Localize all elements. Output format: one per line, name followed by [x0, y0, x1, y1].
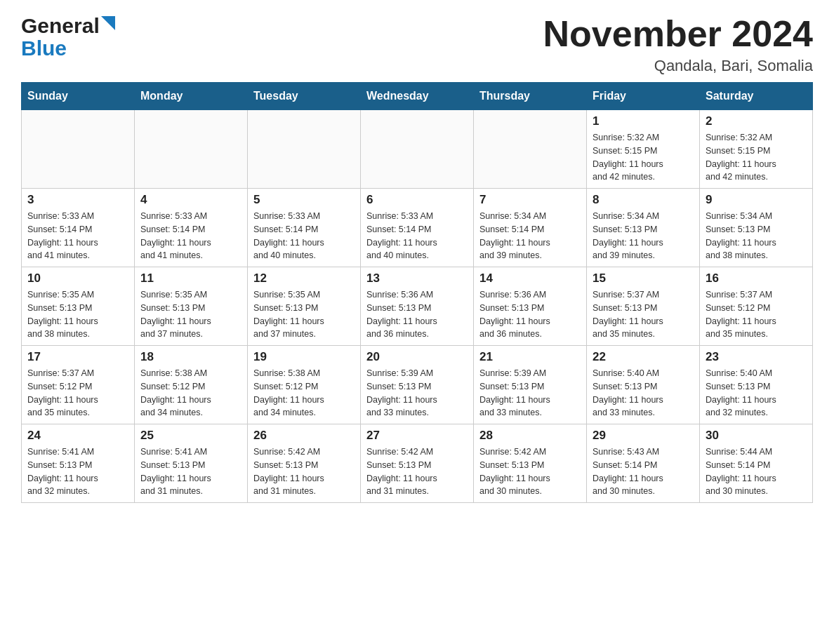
col-thursday: Thursday: [474, 83, 587, 110]
day-number: 26: [253, 429, 355, 443]
day-number: 30: [706, 429, 807, 443]
table-row: 25Sunrise: 5:41 AM Sunset: 5:13 PM Dayli…: [135, 424, 248, 503]
table-row: 4Sunrise: 5:33 AM Sunset: 5:14 PM Daylig…: [135, 189, 248, 267]
day-number: 21: [479, 350, 581, 364]
day-number: 8: [593, 193, 694, 207]
day-number: 5: [253, 193, 355, 207]
table-row: 30Sunrise: 5:44 AM Sunset: 5:14 PM Dayli…: [700, 424, 813, 503]
day-number: 27: [366, 429, 468, 443]
day-info: Sunrise: 5:36 AM Sunset: 5:13 PM Dayligh…: [366, 288, 468, 341]
day-number: 28: [479, 429, 581, 443]
day-number: 24: [27, 429, 128, 443]
day-info: Sunrise: 5:36 AM Sunset: 5:13 PM Dayligh…: [479, 288, 581, 341]
table-row: 28Sunrise: 5:42 AM Sunset: 5:13 PM Dayli…: [474, 424, 587, 503]
table-row: 18Sunrise: 5:38 AM Sunset: 5:12 PM Dayli…: [135, 346, 248, 424]
table-row: 12Sunrise: 5:35 AM Sunset: 5:13 PM Dayli…: [248, 267, 361, 346]
table-row: 17Sunrise: 5:37 AM Sunset: 5:12 PM Dayli…: [22, 346, 135, 424]
day-number: 17: [27, 350, 128, 364]
table-row: 20Sunrise: 5:39 AM Sunset: 5:13 PM Dayli…: [361, 346, 474, 424]
calendar-week-row: 24Sunrise: 5:41 AM Sunset: 5:13 PM Dayli…: [22, 424, 813, 503]
day-number: 14: [479, 271, 581, 286]
table-row: 2Sunrise: 5:32 AM Sunset: 5:15 PM Daylig…: [700, 110, 813, 189]
table-row: [22, 110, 135, 189]
day-number: 3: [27, 193, 128, 207]
day-info: Sunrise: 5:33 AM Sunset: 5:14 PM Dayligh…: [140, 210, 241, 262]
table-row: 24Sunrise: 5:41 AM Sunset: 5:13 PM Dayli…: [22, 424, 135, 503]
day-number: 7: [479, 193, 581, 207]
day-info: Sunrise: 5:37 AM Sunset: 5:12 PM Dayligh…: [706, 288, 807, 341]
day-info: Sunrise: 5:34 AM Sunset: 5:13 PM Dayligh…: [593, 210, 694, 262]
page-header: General Blue November 2024 Qandala, Bari…: [21, 14, 813, 75]
table-row: [474, 110, 587, 189]
table-row: 13Sunrise: 5:36 AM Sunset: 5:13 PM Dayli…: [361, 267, 474, 346]
table-row: 5Sunrise: 5:33 AM Sunset: 5:14 PM Daylig…: [248, 189, 361, 267]
calendar-week-row: 1Sunrise: 5:32 AM Sunset: 5:15 PM Daylig…: [22, 110, 813, 189]
day-number: 29: [593, 429, 694, 443]
day-info: Sunrise: 5:32 AM Sunset: 5:15 PM Dayligh…: [706, 131, 807, 184]
day-info: Sunrise: 5:35 AM Sunset: 5:13 PM Dayligh…: [253, 288, 355, 341]
day-info: Sunrise: 5:33 AM Sunset: 5:14 PM Dayligh…: [366, 210, 468, 262]
day-info: Sunrise: 5:38 AM Sunset: 5:12 PM Dayligh…: [253, 367, 355, 420]
table-row: 3Sunrise: 5:33 AM Sunset: 5:14 PM Daylig…: [22, 189, 135, 267]
day-number: 11: [140, 271, 241, 286]
day-number: 2: [706, 114, 807, 128]
table-row: 10Sunrise: 5:35 AM Sunset: 5:13 PM Dayli…: [22, 267, 135, 346]
table-row: [248, 110, 361, 189]
day-number: 15: [593, 271, 694, 286]
table-row: 7Sunrise: 5:34 AM Sunset: 5:14 PM Daylig…: [474, 189, 587, 267]
day-info: Sunrise: 5:37 AM Sunset: 5:12 PM Dayligh…: [27, 367, 128, 420]
page-subtitle: Qandala, Bari, Somalia: [543, 57, 813, 75]
table-row: 23Sunrise: 5:40 AM Sunset: 5:13 PM Dayli…: [700, 346, 813, 424]
day-info: Sunrise: 5:33 AM Sunset: 5:14 PM Dayligh…: [253, 210, 355, 262]
day-info: Sunrise: 5:40 AM Sunset: 5:13 PM Dayligh…: [593, 367, 694, 420]
day-info: Sunrise: 5:44 AM Sunset: 5:14 PM Dayligh…: [706, 445, 807, 498]
day-number: 1: [593, 114, 694, 128]
table-row: [135, 110, 248, 189]
day-info: Sunrise: 5:37 AM Sunset: 5:13 PM Dayligh…: [593, 288, 694, 341]
day-info: Sunrise: 5:34 AM Sunset: 5:14 PM Dayligh…: [479, 210, 581, 262]
table-row: 9Sunrise: 5:34 AM Sunset: 5:13 PM Daylig…: [700, 189, 813, 267]
col-sunday: Sunday: [22, 83, 135, 110]
table-row: 15Sunrise: 5:37 AM Sunset: 5:13 PM Dayli…: [587, 267, 700, 346]
day-info: Sunrise: 5:33 AM Sunset: 5:14 PM Dayligh…: [27, 210, 128, 262]
col-wednesday: Wednesday: [361, 83, 474, 110]
day-info: Sunrise: 5:42 AM Sunset: 5:13 PM Dayligh…: [253, 445, 355, 498]
col-friday: Friday: [587, 83, 700, 110]
day-info: Sunrise: 5:43 AM Sunset: 5:14 PM Dayligh…: [593, 445, 694, 498]
page-title: November 2024: [543, 14, 813, 54]
day-number: 13: [366, 271, 468, 286]
col-monday: Monday: [135, 83, 248, 110]
day-info: Sunrise: 5:41 AM Sunset: 5:13 PM Dayligh…: [27, 445, 128, 498]
table-row: 27Sunrise: 5:42 AM Sunset: 5:13 PM Dayli…: [361, 424, 474, 503]
day-info: Sunrise: 5:34 AM Sunset: 5:13 PM Dayligh…: [706, 210, 807, 262]
calendar-week-row: 17Sunrise: 5:37 AM Sunset: 5:12 PM Dayli…: [22, 346, 813, 424]
day-number: 12: [253, 271, 355, 286]
day-number: 25: [140, 429, 241, 443]
calendar-week-row: 10Sunrise: 5:35 AM Sunset: 5:13 PM Dayli…: [22, 267, 813, 346]
day-info: Sunrise: 5:32 AM Sunset: 5:15 PM Dayligh…: [593, 131, 694, 184]
table-row: 14Sunrise: 5:36 AM Sunset: 5:13 PM Dayli…: [474, 267, 587, 346]
calendar-table: Sunday Monday Tuesday Wednesday Thursday…: [21, 82, 813, 503]
logo-triangle-icon: [101, 16, 115, 36]
col-tuesday: Tuesday: [248, 83, 361, 110]
day-number: 22: [593, 350, 694, 364]
logo-general-text: General: [21, 14, 100, 38]
calendar-week-row: 3Sunrise: 5:33 AM Sunset: 5:14 PM Daylig…: [22, 189, 813, 267]
day-info: Sunrise: 5:41 AM Sunset: 5:13 PM Dayligh…: [140, 445, 241, 498]
title-block: November 2024 Qandala, Bari, Somalia: [543, 14, 813, 75]
day-number: 9: [706, 193, 807, 207]
day-info: Sunrise: 5:40 AM Sunset: 5:13 PM Dayligh…: [706, 367, 807, 420]
table-row: 8Sunrise: 5:34 AM Sunset: 5:13 PM Daylig…: [587, 189, 700, 267]
day-info: Sunrise: 5:35 AM Sunset: 5:13 PM Dayligh…: [140, 288, 241, 341]
svg-marker-0: [101, 16, 115, 30]
table-row: 1Sunrise: 5:32 AM Sunset: 5:15 PM Daylig…: [587, 110, 700, 189]
table-row: 19Sunrise: 5:38 AM Sunset: 5:12 PM Dayli…: [248, 346, 361, 424]
day-number: 19: [253, 350, 355, 364]
table-row: 11Sunrise: 5:35 AM Sunset: 5:13 PM Dayli…: [135, 267, 248, 346]
logo-blue-text: Blue: [21, 36, 67, 60]
day-number: 20: [366, 350, 468, 364]
day-number: 6: [366, 193, 468, 207]
day-info: Sunrise: 5:42 AM Sunset: 5:13 PM Dayligh…: [479, 445, 581, 498]
day-info: Sunrise: 5:39 AM Sunset: 5:13 PM Dayligh…: [366, 367, 468, 420]
table-row: [361, 110, 474, 189]
